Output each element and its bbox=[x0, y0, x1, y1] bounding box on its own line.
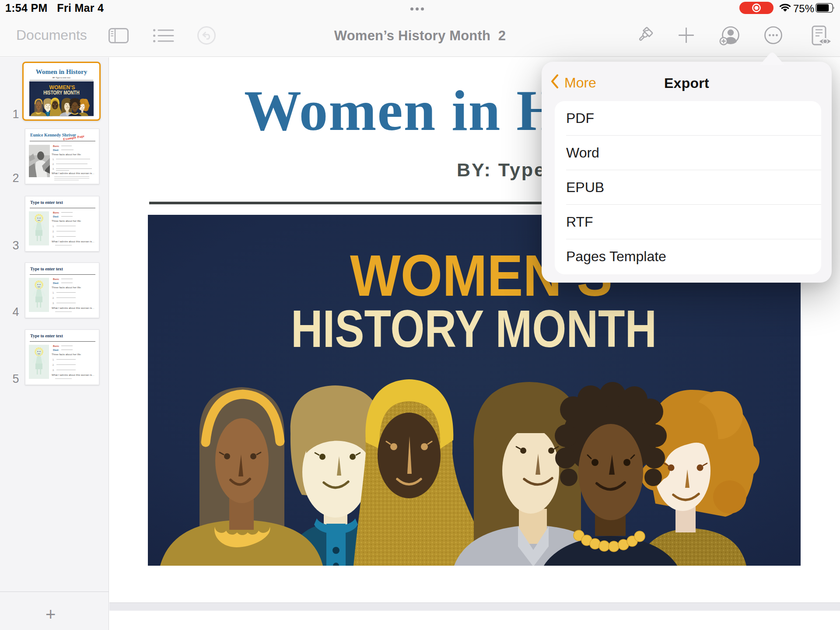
svg-text:HISTORY MONTH: HISTORY MONTH bbox=[291, 299, 657, 358]
